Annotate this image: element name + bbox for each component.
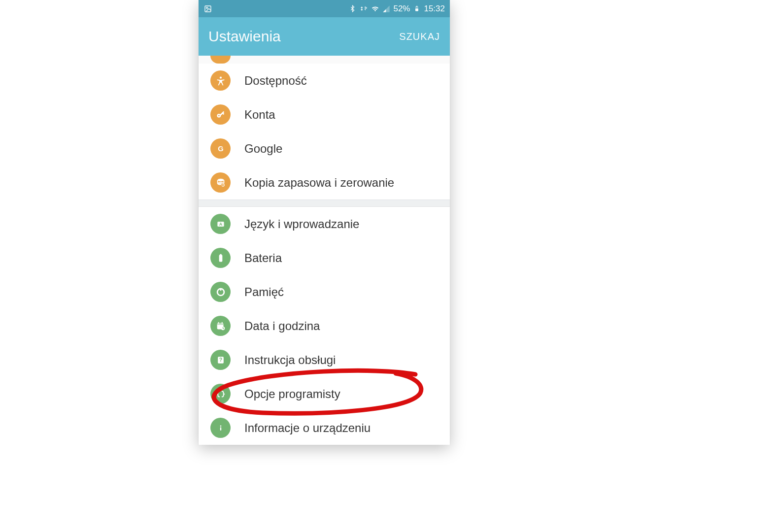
settings-item-label: Opcje programisty [244, 387, 340, 401]
keyboard-icon: A [210, 214, 231, 234]
settings-item-language[interactable]: A Język i wprowadzanie [199, 207, 450, 241]
cellular-icon [382, 4, 391, 13]
svg-rect-25 [220, 427, 221, 431]
svg-rect-19 [218, 322, 219, 324]
group-separator [199, 200, 450, 207]
search-button[interactable]: SZUKAJ [399, 31, 440, 42]
status-bar: 52% 15:32 [199, 0, 450, 17]
settings-header: Ustawienia SZUKAJ [199, 17, 450, 56]
settings-item-label: Język i wprowadzanie [244, 217, 359, 231]
settings-item-backup-reset[interactable]: Kopia zapasowa i zerowanie [199, 166, 450, 200]
settings-item-developer-options[interactable]: Opcje programisty [199, 377, 450, 411]
settings-item-google[interactable]: G Google [199, 132, 450, 166]
settings-item-accessibility[interactable]: Dostępność [199, 64, 450, 98]
info-icon [210, 418, 231, 438]
settings-item-label: Data i godzina [244, 319, 320, 333]
svg-rect-3 [415, 9, 418, 11]
battery-percent: 52% [393, 4, 410, 14]
svg-rect-15 [220, 254, 221, 255]
settings-item-storage[interactable]: Pamięć [199, 275, 450, 309]
settings-item-date-time[interactable]: Data i godzina [199, 309, 450, 343]
help-icon: ? [210, 350, 231, 370]
date-icon [210, 316, 231, 336]
svg-point-9 [217, 178, 224, 181]
settings-item-label: Instrukcja obsługi [244, 353, 336, 367]
key-icon [210, 104, 231, 125]
battery-icon [412, 4, 421, 13]
settings-item-label: Kopia zapasowa i zerowanie [244, 176, 394, 190]
battery-icon [210, 248, 231, 268]
svg-rect-4 [416, 6, 418, 7]
svg-point-24 [220, 425, 221, 427]
status-right: 52% 15:32 [348, 4, 445, 14]
svg-rect-0 [205, 6, 211, 12]
backup-icon [210, 172, 231, 193]
stage: 52% 15:32 Ustawienia SZUKAJ [0, 0, 776, 532]
settings-item-about-device[interactable]: Informacje o urządzeniu [199, 411, 450, 445]
settings-item-label: Bateria [244, 251, 282, 265]
svg-point-5 [219, 76, 221, 78]
settings-item-battery[interactable]: Bateria [199, 241, 450, 275]
settings-item-label: Informacje o urządzeniu [244, 421, 371, 435]
clock: 15:32 [424, 4, 445, 14]
dev-icon [210, 384, 231, 404]
list-item-cutoff [199, 56, 450, 64]
svg-rect-14 [219, 255, 222, 262]
settings-item-label: Google [244, 142, 282, 156]
status-left [203, 4, 212, 13]
storage-icon [210, 282, 231, 302]
bluetooth-icon [348, 4, 357, 13]
svg-point-1 [206, 7, 208, 8]
settings-group-system: A Język i wprowadzanie Bateria Pamięć [199, 207, 450, 445]
settings-group-personal: Dostępność Konta G Google [199, 64, 450, 200]
settings-item-label: Konta [244, 108, 275, 122]
accessibility-icon [210, 70, 231, 91]
settings-list[interactable]: Dostępność Konta G Google [199, 56, 450, 445]
cutoff-icon [210, 56, 231, 64]
image-icon [203, 4, 212, 13]
svg-text:A: A [219, 222, 222, 227]
settings-item-user-manual[interactable]: ? Instrukcja obsługi [199, 343, 450, 377]
svg-text:?: ? [219, 357, 222, 363]
svg-text:G: G [218, 144, 223, 152]
vibrate-icon [359, 4, 368, 13]
svg-point-7 [218, 115, 219, 116]
settings-item-label: Dostępność [244, 74, 307, 88]
settings-item-accounts[interactable]: Konta [199, 98, 450, 132]
google-icon: G [210, 138, 231, 159]
page-title: Ustawienia [208, 28, 281, 45]
svg-rect-20 [221, 322, 222, 324]
wifi-icon [371, 4, 379, 13]
settings-item-label: Pamięć [244, 285, 284, 299]
phone-screenshot: 52% 15:32 Ustawienia SZUKAJ [199, 0, 450, 444]
